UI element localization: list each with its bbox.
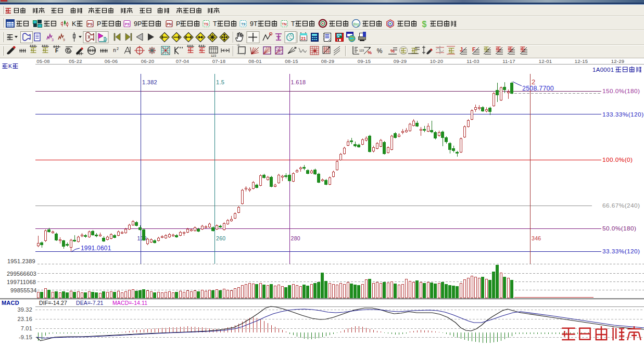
svg-text:123: 123 xyxy=(211,54,217,57)
svg-text:9T: 9T xyxy=(250,20,258,28)
svg-text:1.5: 1.5 xyxy=(216,79,224,85)
svg-text:P: P xyxy=(97,20,101,28)
svg-text:Big: Big xyxy=(353,22,359,27)
svg-text:21: 21 xyxy=(301,36,306,41)
svg-text:99855534: 99855534 xyxy=(10,287,37,293)
svg-text:P: P xyxy=(176,20,180,28)
svg-text:T: T xyxy=(213,20,217,28)
svg-text:260: 260 xyxy=(216,235,225,241)
svg-text:%: % xyxy=(377,47,383,55)
svg-text:23.16: 23.16 xyxy=(17,316,32,322)
svg-text:133.33%(120): 133.33%(120) xyxy=(602,111,644,118)
svg-text:06-06: 06-06 xyxy=(105,58,118,64)
svg-text:08-15: 08-15 xyxy=(285,58,298,64)
svg-text:66.67%(240): 66.67%(240) xyxy=(602,202,640,209)
svg-text:280: 280 xyxy=(291,235,300,241)
svg-text:1991.0601: 1991.0601 xyxy=(81,245,111,252)
svg-text:TS: TS xyxy=(204,22,209,26)
svg-text:299566603: 299566603 xyxy=(7,271,36,277)
svg-text:1A0001: 1A0001 xyxy=(592,67,614,73)
svg-text:n: n xyxy=(113,47,116,53)
svg-text:05-08: 05-08 xyxy=(36,58,49,64)
svg-text:08-29: 08-29 xyxy=(321,58,334,64)
svg-text:9: 9 xyxy=(63,38,65,42)
svg-text:K: K xyxy=(72,20,77,28)
svg-text:199711068: 199711068 xyxy=(7,279,36,285)
svg-text:1.382: 1.382 xyxy=(142,79,157,85)
svg-text:123: 123 xyxy=(359,49,364,52)
svg-text:PS: PS xyxy=(87,22,93,26)
svg-text:50.0%(180): 50.0%(180) xyxy=(602,225,637,232)
svg-text:150.0%(180): 150.0%(180) xyxy=(602,87,640,95)
svg-text:T9: T9 xyxy=(241,22,245,26)
svg-text:07-04: 07-04 xyxy=(176,58,189,64)
svg-text:F: F xyxy=(55,48,58,54)
svg-text:2508.7700: 2508.7700 xyxy=(522,85,554,92)
svg-text:DEA=-7.21: DEA=-7.21 xyxy=(76,300,104,306)
svg-text:11-03: 11-03 xyxy=(466,58,479,64)
svg-text:100.0%(0): 100.0%(0) xyxy=(602,156,633,163)
svg-text:11-17: 11-17 xyxy=(502,58,515,64)
svg-text:33.33%(120): 33.33%(120) xyxy=(602,248,640,255)
svg-text:%: % xyxy=(390,48,395,54)
svg-text:MACD=-14.11: MACD=-14.11 xyxy=(112,300,147,306)
svg-text:1951.2389: 1951.2389 xyxy=(7,258,35,264)
svg-text:09-29: 09-29 xyxy=(394,58,407,64)
svg-text:07-18: 07-18 xyxy=(212,58,225,64)
svg-text:08-01: 08-01 xyxy=(248,58,261,64)
svg-text:346: 346 xyxy=(532,235,541,241)
svg-text:K: K xyxy=(8,63,12,69)
svg-text:TN: TN xyxy=(282,22,286,26)
svg-text:$: $ xyxy=(422,20,427,29)
svg-text:09-15: 09-15 xyxy=(358,58,371,64)
svg-text:MACD: MACD xyxy=(2,300,19,306)
svg-text:T: T xyxy=(291,20,295,28)
svg-text:7.01: 7.01 xyxy=(21,325,32,331)
svg-text:12-01: 12-01 xyxy=(539,58,552,64)
svg-text:-9.15: -9.15 xyxy=(19,334,32,340)
svg-text:%: % xyxy=(368,50,372,55)
svg-text:12-15: 12-15 xyxy=(575,58,588,64)
svg-text:06-20: 06-20 xyxy=(141,58,154,64)
svg-text:P9: P9 xyxy=(125,22,130,26)
svg-text:DIF=-14.27: DIF=-14.27 xyxy=(39,300,67,306)
svg-text:10-20: 10-20 xyxy=(430,58,443,64)
svg-text:9P: 9P xyxy=(134,20,142,28)
svg-text:3: 3 xyxy=(52,38,54,42)
svg-text:1.618: 1.618 xyxy=(291,79,306,85)
svg-text:39.32: 39.32 xyxy=(17,306,32,313)
svg-text:PN: PN xyxy=(167,22,172,26)
svg-text:05-22: 05-22 xyxy=(69,58,82,64)
svg-text:139: 139 xyxy=(137,235,147,241)
svg-text:2: 2 xyxy=(117,47,119,50)
svg-text:12-29: 12-29 xyxy=(611,58,624,64)
